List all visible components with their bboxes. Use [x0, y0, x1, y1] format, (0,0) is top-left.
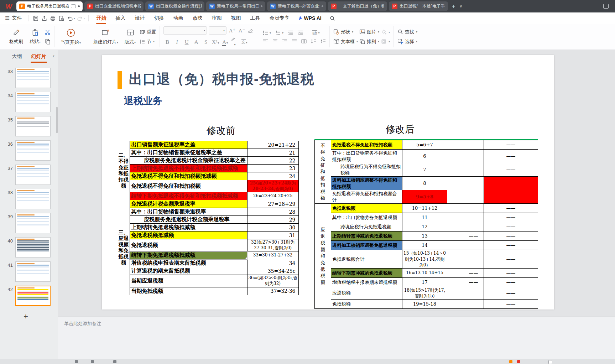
new-slide-button[interactable]: 新建幻灯片▾ — [91, 28, 121, 46]
row-label-cell[interactable]: 结转下期需冲减的免抵退税额 — [331, 268, 402, 277]
row-label-cell[interactable]: 免抵退税额合计 — [331, 250, 402, 269]
menu-切换[interactable]: 切换 — [149, 12, 168, 24]
row-label-cell[interactable]: 其中：出口货物劳务不得免征和抵扣税额 — [331, 150, 402, 163]
row-value-cell[interactable]: 17 — [402, 277, 447, 287]
row-label-cell[interactable]: 应税服务免抵退税计税金额乘退税率 — [130, 216, 247, 224]
row-value-cell[interactable]: 36=(如32>35则为35,否则为32) — [247, 275, 298, 287]
slide-thumbnail-37[interactable]: 37 — [0, 165, 58, 185]
row-value-cell[interactable]: 28 — [247, 208, 298, 216]
row-label-cell[interactable]: 出口销售额乘征退税率之差 — [130, 141, 247, 149]
justify-icon[interactable] — [292, 39, 297, 43]
row-label-cell[interactable]: 应税服务免抵退税计税金额乘征退税率之差 — [130, 157, 247, 165]
extra-cell[interactable]: —— — [484, 250, 538, 269]
group-label-cell[interactable]: 二、 不得 免征 和抵 扣税 额 — [118, 141, 130, 200]
row-value-cell[interactable]: 25(如20>23+24则为20-23-24,否则为0) — [247, 180, 298, 192]
document-tab[interactable]: W出口退税最全操作流程(1).docx — [145, 1, 204, 11]
row-label-cell[interactable]: 上期结转需冲减的免抵退税额 — [331, 232, 402, 241]
extra-cell[interactable] — [447, 300, 463, 309]
after-table[interactable]: 不 得 免 征 和 抵 扣 税 额免抵退税不得免征和抵扣税额5=6+7——其中：… — [314, 139, 538, 309]
decrease-font-icon[interactable]: A⁻ — [238, 27, 246, 34]
window-mode-icon[interactable] — [603, 4, 609, 9]
row-label-cell[interactable]: 进料加工核销应调整免抵退税额 — [331, 241, 402, 250]
slide-subtitle[interactable]: 退税业务 — [124, 94, 162, 107]
align-right-icon[interactable] — [282, 39, 287, 43]
wps-ai-button[interactable]: WPS AI — [299, 15, 321, 21]
extra-cell[interactable]: —— — [484, 241, 538, 250]
row-label-cell[interactable]: 其中：出口货物劳务免抵退税额 — [331, 213, 402, 222]
current-slide[interactable]: 出口退（免）税申报-免抵退税 退税业务 修改前 修改后 二、 不得 免征 和抵 … — [102, 55, 554, 310]
file-menu[interactable]: 文件 — [12, 15, 22, 21]
text-direction-icon[interactable]: ab▾ — [312, 30, 319, 36]
highlight-button[interactable]: ▾ — [231, 37, 239, 47]
arrange-button[interactable]: 排列▾ — [359, 38, 379, 45]
row-label-cell[interactable]: 免抵退税不得免征和抵扣税额合计 — [331, 190, 402, 204]
extra-cell[interactable] — [447, 190, 463, 204]
slide-thumbnail-35[interactable]: 35 — [0, 116, 58, 136]
row-value-cell[interactable]: 19=15-18 — [402, 300, 447, 309]
tab-slides[interactable]: 幻灯片 — [31, 52, 47, 61]
italic-button[interactable]: I — [173, 39, 181, 45]
reset-button[interactable]: 重置 — [140, 29, 156, 35]
line-spacing-icon[interactable] — [311, 39, 316, 43]
underline-button[interactable]: U — [183, 39, 191, 45]
menu-审阅[interactable]: 审阅 — [207, 12, 226, 24]
redo-icon[interactable] — [75, 14, 84, 22]
extra-cell[interactable] — [447, 241, 463, 250]
row-label-cell[interactable]: 增值税纳税申报表期末留抵税额 — [130, 259, 247, 267]
row-value-cell[interactable]: 12 — [402, 222, 447, 232]
font-size-select[interactable]: ▾ — [209, 26, 226, 35]
row-label-cell[interactable]: 免抵税额 — [331, 300, 402, 309]
slide-thumbnail-41[interactable]: 41 — [0, 261, 58, 282]
row-value-cell[interactable]: 9=5+8 — [402, 190, 447, 204]
row-value-cell[interactable]: 27=28+29 — [247, 200, 298, 208]
columns-icon[interactable] — [301, 39, 307, 43]
extra-cell[interactable] — [463, 204, 484, 213]
row-value-cell[interactable]: 29 — [247, 216, 298, 224]
hamburger-icon[interactable]: ☰ — [5, 15, 10, 21]
extra-cell[interactable] — [447, 204, 463, 213]
extra-cell[interactable] — [463, 222, 484, 232]
menu-动画[interactable]: 动画 — [168, 12, 188, 24]
bullet-list-icon[interactable]: ▾ — [263, 30, 271, 35]
row-value-cell[interactable]: 24 — [247, 172, 298, 180]
taskbar-icon[interactable] — [113, 360, 116, 363]
menu-放映[interactable]: 放映 — [188, 12, 207, 24]
row-value-cell[interactable]: 32(如27>30+31则为27-30-31,否则为0) — [247, 239, 298, 251]
extra-cell[interactable] — [484, 190, 538, 204]
row-value-cell[interactable]: 31 — [247, 232, 298, 239]
row-label-cell[interactable]: 免抵退税额抵减额 — [130, 232, 247, 239]
extra-cell[interactable] — [447, 150, 463, 163]
row-value-cell[interactable]: 8 — [402, 177, 447, 190]
export-icon[interactable] — [40, 14, 48, 22]
slide-thumbnail-34[interactable]: 34 — [0, 92, 58, 112]
row-label-cell[interactable]: 其中：出口货物销售额乘征退税率之差 — [130, 149, 247, 157]
extra-cell[interactable] — [463, 250, 484, 269]
before-table[interactable]: 二、 不得 免征 和抵 扣税 额出口销售额乘征退税率之差20=21+22其中：出… — [118, 141, 298, 295]
tab-pin-icon[interactable] — [322, 5, 323, 7]
group-label-cell[interactable]: 应 退 税 额 和 免 抵 税 额 — [315, 204, 331, 309]
tab-pin-icon[interactable] — [78, 5, 80, 7]
row-label-cell[interactable]: 跨境应税行为不得免征和抵扣税额 — [331, 163, 402, 177]
row-label-cell[interactable]: 上期结转免抵退税额抵减额 — [130, 224, 247, 232]
cut-icon[interactable] — [45, 29, 51, 35]
numbered-list-icon[interactable]: ▾ — [275, 30, 283, 35]
row-label-cell[interactable]: 应退税额 — [331, 287, 402, 299]
extra-cell[interactable]: —— — [463, 277, 484, 287]
extra-cell[interactable] — [463, 300, 484, 309]
textbox-button[interactable]: 文本框▾ — [333, 38, 358, 45]
row-label-cell[interactable]: 增值税纳税申报表期末留抵税额 — [331, 277, 402, 287]
sidebar-scrollbar[interactable] — [56, 107, 58, 133]
find-button[interactable]: 查找▾ — [397, 29, 417, 35]
extra-cell[interactable] — [447, 222, 463, 232]
row-value-cell[interactable]: 21 — [247, 149, 298, 157]
print-icon[interactable] — [48, 14, 57, 22]
extra-cell[interactable]: —— — [484, 140, 538, 150]
slide-thumbnail-33[interactable]: 33 — [0, 68, 58, 88]
extra-cell[interactable]: —— — [463, 232, 484, 241]
extra-cell[interactable] — [463, 241, 484, 250]
slide-thumbnail-40[interactable]: 40 — [0, 237, 58, 258]
print-preview-icon[interactable] — [57, 14, 66, 22]
extra-cell[interactable] — [447, 140, 463, 150]
font-color-button[interactable]: A▾ — [221, 39, 229, 45]
menu-插入[interactable]: 插入 — [111, 12, 130, 24]
